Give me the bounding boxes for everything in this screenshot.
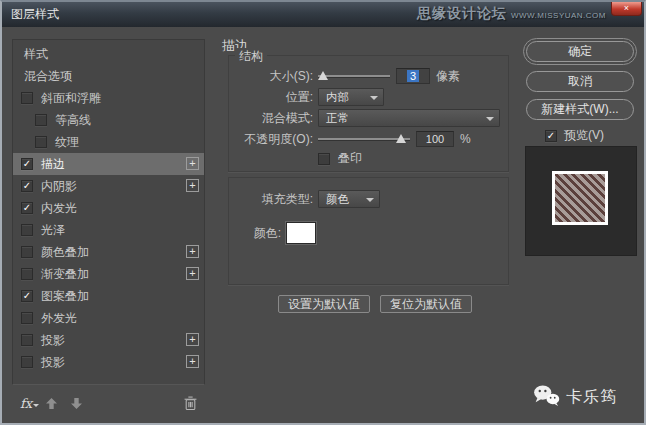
wechat-icon xyxy=(533,384,560,411)
close-icon[interactable]: × xyxy=(611,2,642,16)
sidebar-item-1[interactable]: 样式 xyxy=(13,43,204,65)
effect-checkbox[interactable] xyxy=(21,246,33,258)
sidebar-item-label: 纹理 xyxy=(55,134,79,151)
effect-checkbox[interactable] xyxy=(21,268,33,280)
sidebar-item-label: 投影 xyxy=(41,332,65,349)
sidebar-item-label: 光泽 xyxy=(41,222,65,239)
opacity-input[interactable]: 100 xyxy=(416,131,454,147)
delete-effect-trash-icon[interactable] xyxy=(184,396,197,410)
fx-effects-icon[interactable]: fx xyxy=(20,396,32,411)
new-style-button[interactable]: 新建样式(W)... xyxy=(526,99,634,120)
chevron-down-icon xyxy=(366,198,374,206)
sidebar-item-label: 投影 xyxy=(41,354,65,371)
watermark-site-url: WWW.MISSYUAN.COM xyxy=(511,11,606,20)
preview-toggle-row: ✓ 预览(V) xyxy=(545,127,604,144)
position-dropdown[interactable]: 内部 xyxy=(318,88,384,106)
sidebar-item-label: 等高线 xyxy=(55,112,91,129)
sidebar-item-13[interactable]: 外发光 xyxy=(13,307,204,329)
cancel-button[interactable]: 取消 xyxy=(526,71,634,92)
reset-default-button[interactable]: 复位为默认值 xyxy=(380,295,472,313)
set-default-button[interactable]: 设置为默认值 xyxy=(278,295,370,313)
add-effect-instance-button[interactable]: + xyxy=(186,267,199,280)
stroke-color-swatch[interactable] xyxy=(286,222,316,244)
size-slider-thumb[interactable] xyxy=(318,71,328,80)
fill-type-label: 填充类型: xyxy=(237,191,313,208)
sidebar-item-11[interactable]: 渐变叠加+ xyxy=(13,263,204,285)
overprint-checkbox[interactable] xyxy=(318,153,330,165)
preview-label: 预览(V) xyxy=(564,127,604,144)
sidebar-item-12[interactable]: ✓图案叠加 xyxy=(13,285,204,307)
titlebar[interactable]: 图层样式 思缘设计论坛 WWW.MISSYUAN.COM × xyxy=(2,2,644,27)
add-effect-instance-button[interactable]: + xyxy=(186,355,199,368)
overprint-row: 叠印 xyxy=(237,152,500,165)
move-effect-up-icon[interactable] xyxy=(46,398,57,409)
sidebar-item-label: 图案叠加 xyxy=(41,288,89,305)
opacity-slider-thumb[interactable] xyxy=(396,134,406,143)
author-name: 卡乐筠 xyxy=(566,387,617,408)
color-row: 颜色: xyxy=(237,222,500,244)
effect-checkbox[interactable] xyxy=(35,114,47,126)
sidebar-item-label: 外发光 xyxy=(41,310,77,327)
sidebar-item-label: 内发光 xyxy=(41,200,77,217)
effect-checkbox[interactable] xyxy=(21,356,33,368)
sidebar-item-14[interactable]: 投影+ xyxy=(13,329,204,351)
size-input[interactable]: 3 xyxy=(396,68,430,84)
blend-mode-value: 正常 xyxy=(326,111,349,126)
sidebar-item-10[interactable]: 颜色叠加+ xyxy=(13,241,204,263)
sidebar-item-6[interactable]: ✓描边+ xyxy=(13,153,204,175)
position-value: 内部 xyxy=(326,90,349,105)
effect-checkbox[interactable] xyxy=(21,224,33,236)
ok-button[interactable]: 确定 xyxy=(526,41,634,62)
watermark: 思缘设计论坛 WWW.MISSYUAN.COM xyxy=(417,5,606,23)
add-effect-instance-button[interactable]: + xyxy=(186,157,199,170)
effect-checkbox[interactable]: ✓ xyxy=(21,202,33,214)
overprint-label: 叠印 xyxy=(338,150,362,167)
sidebar-item-label: 斜面和浮雕 xyxy=(41,90,101,107)
sidebar-item-15[interactable]: 投影+ xyxy=(13,351,204,373)
sidebar-item-9[interactable]: 光泽 xyxy=(13,219,204,241)
effect-checkbox[interactable] xyxy=(21,334,33,346)
effect-checkbox[interactable] xyxy=(21,92,33,104)
opacity-unit: % xyxy=(460,132,471,146)
effect-checkbox[interactable]: ✓ xyxy=(21,180,33,192)
effect-checkbox[interactable] xyxy=(21,312,33,324)
size-slider[interactable] xyxy=(318,70,390,82)
sidebar-item-label: 颜色叠加 xyxy=(41,244,89,261)
preview-checkbox[interactable]: ✓ xyxy=(545,130,557,142)
sidebar-item-label: 内阴影 xyxy=(41,178,77,195)
sidebar-item-2[interactable]: 混合选项 xyxy=(13,65,204,87)
fill-type-value: 颜色 xyxy=(326,192,349,207)
right-column: 确定 取消 新建样式(W)... ✓ 预览(V) xyxy=(523,27,639,423)
position-label: 位置: xyxy=(237,89,313,106)
blend-mode-label: 混合模式: xyxy=(237,110,313,127)
sidebar-item-7[interactable]: ✓内阴影+ xyxy=(13,175,204,197)
position-row: 位置: 内部 xyxy=(237,89,500,105)
layer-style-dialog: 图层样式 思缘设计论坛 WWW.MISSYUAN.COM × 样式混合选项斜面和… xyxy=(0,0,646,425)
move-effect-down-icon[interactable] xyxy=(71,398,82,409)
add-effect-instance-button[interactable]: + xyxy=(186,179,199,192)
style-list-footer: fx xyxy=(12,391,205,415)
blend-mode-dropdown[interactable]: 正常 xyxy=(318,109,500,127)
opacity-slider[interactable] xyxy=(318,133,410,145)
fill-type-dropdown[interactable]: 颜色 xyxy=(318,190,380,208)
sidebar-item-5[interactable]: 纹理 xyxy=(13,131,204,153)
structure-group: 结构 大小(S): 3 像素 位置: 内部 混合模式 xyxy=(228,55,509,172)
effect-checkbox[interactable]: ✓ xyxy=(21,158,33,170)
add-effect-instance-button[interactable]: + xyxy=(186,245,199,258)
add-effect-instance-button[interactable]: + xyxy=(186,333,199,346)
sidebar-item-8[interactable]: ✓内发光 xyxy=(13,197,204,219)
sidebar-item-3[interactable]: 斜面和浮雕 xyxy=(13,87,204,109)
opacity-label: 不透明度(O): xyxy=(237,131,313,148)
effect-checkbox[interactable]: ✓ xyxy=(21,290,33,302)
sidebar-item-4[interactable]: 等高线 xyxy=(13,109,204,131)
opacity-row: 不透明度(O): 100 % xyxy=(237,131,500,147)
dialog-body: 样式混合选项斜面和浮雕等高线纹理✓描边+✓内阴影+✓内发光光泽颜色叠加+渐变叠加… xyxy=(2,27,644,423)
color-label: 颜色: xyxy=(237,225,281,242)
effect-checkbox[interactable] xyxy=(35,136,47,148)
chevron-down-icon xyxy=(486,117,494,125)
sidebar-item-label: 描边 xyxy=(41,156,65,173)
stroke-preview-pattern xyxy=(552,171,608,225)
sidebar-item-label: 渐变叠加 xyxy=(41,266,89,283)
author-brand: 卡乐筠 xyxy=(533,384,617,411)
sidebar-item-label: 混合选项 xyxy=(24,68,72,85)
